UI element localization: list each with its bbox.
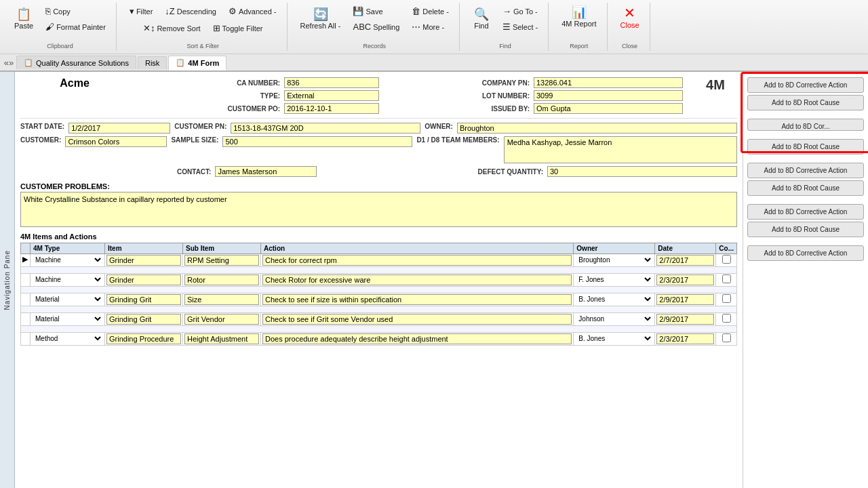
cell-check[interactable] xyxy=(716,274,737,287)
cell-action[interactable] xyxy=(261,313,574,326)
paste-button[interactable]: 📋 Paste xyxy=(9,6,38,32)
lot-number-field[interactable] xyxy=(534,90,683,101)
select-button[interactable]: ☰ Select - xyxy=(498,20,542,34)
cell-sub-item[interactable] xyxy=(183,293,261,306)
cell-check[interactable] xyxy=(716,254,737,267)
cell-item[interactable] xyxy=(105,293,183,306)
cell-4m-type[interactable]: Machine xyxy=(31,254,105,267)
cell-check[interactable] xyxy=(716,313,737,326)
add-root-cause-btn-2[interactable]: Add to 8D Root Cause xyxy=(747,139,864,155)
start-date-field[interactable] xyxy=(68,123,170,134)
col-4m-type: 4M Type xyxy=(31,243,105,254)
refresh-all-button[interactable]: 🔄 Refresh All - xyxy=(296,6,346,32)
cell-action[interactable] xyxy=(261,333,574,346)
find-group: 🔍 Find → Go To - ☰ Select - Find xyxy=(462,3,549,51)
cell-item[interactable] xyxy=(105,274,183,287)
owner-label: OWNER: xyxy=(425,123,453,130)
add-corrective-action-btn-2[interactable]: Add to 8D Cor... xyxy=(747,119,864,131)
ca-number-field[interactable] xyxy=(284,77,379,88)
ca-number-label: CA NUMBER: xyxy=(129,79,280,87)
add-corrective-action-btn-3[interactable]: Add to 8D Corrective Action xyxy=(747,163,864,178)
go-to-button[interactable]: → Go To - xyxy=(498,4,542,18)
cell-check[interactable] xyxy=(716,333,737,346)
tab-risk[interactable]: Risk xyxy=(138,56,167,69)
cell-owner[interactable]: B. Jones xyxy=(574,333,655,346)
nav-back-button[interactable]: «» xyxy=(3,56,15,68)
cell-owner[interactable]: F. Jones xyxy=(574,274,655,287)
save-button[interactable]: 💾 Save xyxy=(348,4,404,18)
cell-item[interactable] xyxy=(105,313,183,326)
cell-4m-type[interactable]: Method xyxy=(31,333,105,346)
cell-owner[interactable]: Broughton xyxy=(574,254,655,267)
issued-by-field[interactable] xyxy=(534,103,683,114)
items-section-title: 4M Items and Actions xyxy=(20,232,737,241)
type-field[interactable] xyxy=(284,90,379,101)
cell-action[interactable] xyxy=(261,293,574,306)
cell-sub-item[interactable] xyxy=(183,333,261,346)
spelling-button[interactable]: ABC Spelling xyxy=(348,20,404,34)
cell-sub-item[interactable] xyxy=(183,254,261,267)
customer-problems-title: CUSTOMER PROBLEMS: xyxy=(20,182,737,190)
cell-action[interactable] xyxy=(261,274,574,287)
cell-date[interactable] xyxy=(655,333,716,346)
more-button[interactable]: ⋯ More - xyxy=(407,20,454,34)
customer-problems-textarea[interactable]: White Crystalline Substance in capillary… xyxy=(20,192,737,227)
cell-item[interactable] xyxy=(105,333,183,346)
cell-date[interactable] xyxy=(655,274,716,287)
report-group: 📊 4M Report Report xyxy=(551,3,607,51)
add-corrective-action-btn-4[interactable]: Add to 8D Corrective Action xyxy=(747,204,864,220)
add-corrective-action-btn-5[interactable]: Add to 8D Corrective Action xyxy=(747,245,864,261)
cell-item[interactable] xyxy=(105,254,183,267)
cell-owner[interactable]: Johnson xyxy=(574,313,655,326)
defect-quantity-field[interactable] xyxy=(547,166,737,177)
col-date: Date xyxy=(655,243,716,254)
customer-po-field[interactable] xyxy=(284,103,379,114)
sample-size-field[interactable] xyxy=(222,136,412,147)
add-root-cause-btn-1[interactable]: Add to 8D Root Cause xyxy=(747,95,864,110)
row-marker: ▶ xyxy=(21,254,31,267)
descending-button[interactable]: ↓Z Descending xyxy=(160,4,221,18)
delete-button[interactable]: 🗑 Delete - xyxy=(407,4,454,18)
cell-sub-item[interactable] xyxy=(183,274,261,287)
filter-button[interactable]: ▾ Filter xyxy=(125,4,157,18)
cell-4m-type[interactable]: Machine xyxy=(31,274,105,287)
copy-button[interactable]: ⎘ Copy xyxy=(41,4,111,18)
cell-check[interactable] xyxy=(716,293,737,306)
format-painter-button[interactable]: 🖌 Format Painter xyxy=(41,20,111,34)
add-corrective-action-btn-1[interactable]: Add to 8D Corrective Action xyxy=(747,77,864,93)
customer-field[interactable] xyxy=(65,136,167,147)
col-owner: Owner xyxy=(574,243,655,254)
lot-number-label: LOT NUMBER: xyxy=(383,92,530,100)
close-button[interactable]: ✕ Close xyxy=(616,4,644,31)
contact-field[interactable] xyxy=(215,166,317,177)
owner-field[interactable] xyxy=(457,123,737,134)
cell-date[interactable] xyxy=(655,254,716,267)
tab-4m-form[interactable]: 📋 4M Form xyxy=(168,56,226,70)
toggle-filter-button[interactable]: ⊞ Toggle Filter xyxy=(208,21,268,35)
advanced-button[interactable]: ⚙ Advanced - xyxy=(224,4,281,18)
tab-quality-assurance[interactable]: 📋 Quality Assurance Solutions xyxy=(16,56,136,69)
cell-date[interactable] xyxy=(655,313,716,326)
find-button[interactable]: 🔍 Find xyxy=(468,6,495,32)
cell-4m-type[interactable]: Material xyxy=(31,313,105,326)
remove-sort-button[interactable]: ✕↕ Remove Sort xyxy=(138,21,205,35)
table-row-spacer xyxy=(21,267,737,274)
customer-pn-field[interactable] xyxy=(231,123,420,134)
d1d8-team-members[interactable]: Medha Kashyap, Jessie Marron xyxy=(504,136,737,163)
cell-owner[interactable]: B. Jones xyxy=(574,293,655,306)
company-name: Acme xyxy=(20,77,129,89)
add-root-cause-btn-4[interactable]: Add to 8D Root Cause xyxy=(747,222,864,237)
d1d8-label: D1 / D8 TEAM MEMBERS: xyxy=(416,136,499,144)
row-marker xyxy=(21,313,31,326)
add-root-cause-btn-3[interactable]: Add to 8D Root Cause xyxy=(747,180,864,196)
cell-4m-type[interactable]: Material xyxy=(31,293,105,306)
cell-action[interactable] xyxy=(261,254,574,267)
4m-report-button[interactable]: 📊 4M Report xyxy=(557,4,601,30)
cell-date[interactable] xyxy=(655,293,716,306)
records-group: 🔄 Refresh All - 💾 Save ABC Spelling 🗑 De… xyxy=(290,3,460,51)
navigation-pane[interactable]: Navigation Pane xyxy=(0,72,15,488)
company-pn-label: COMPANY PN: xyxy=(383,79,530,87)
cell-sub-item[interactable] xyxy=(183,313,261,326)
company-pn-field[interactable] xyxy=(534,77,683,88)
form-title: 4M xyxy=(683,77,737,93)
